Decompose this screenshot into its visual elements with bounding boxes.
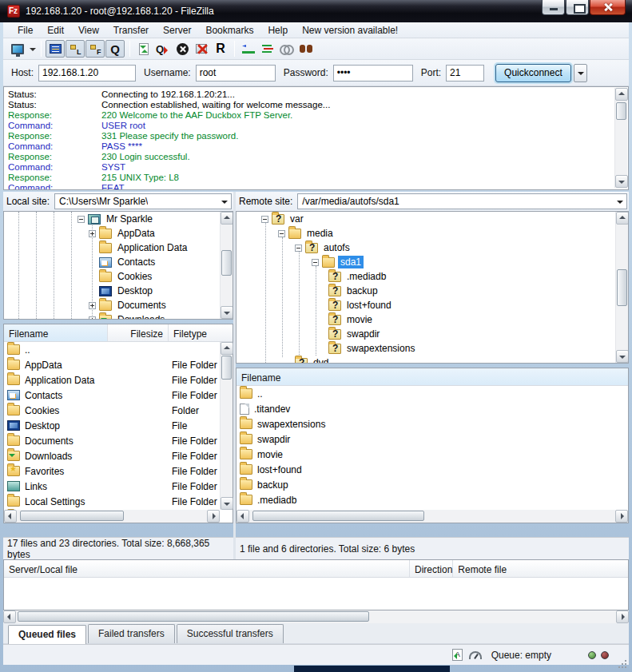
scroll-down-arrow[interactable] bbox=[616, 350, 629, 363]
column-header-filesize[interactable]: Filesize bbox=[108, 324, 169, 341]
scroll-up-arrow[interactable] bbox=[616, 212, 629, 225]
scroll-up-arrow[interactable] bbox=[221, 342, 233, 355]
scroll-left-arrow[interactable] bbox=[4, 510, 17, 523]
tree-row[interactable]: AppData bbox=[4, 226, 233, 241]
file-row[interactable]: swapextensions bbox=[237, 416, 628, 431]
collapse-icon[interactable] bbox=[261, 216, 268, 223]
file-row[interactable]: lost+found bbox=[237, 462, 628, 477]
scroll-right-arrow[interactable] bbox=[207, 510, 220, 523]
tab-queued-files[interactable]: Queued files bbox=[8, 625, 86, 644]
speed-limits-icon[interactable] bbox=[469, 651, 482, 659]
file-search-button[interactable] bbox=[296, 40, 316, 58]
tree-label[interactable]: Documents bbox=[115, 299, 169, 312]
file-row[interactable]: FavoritesFile Folder bbox=[4, 463, 220, 479]
menu-server[interactable]: Server bbox=[157, 23, 197, 38]
scroll-right-arrow[interactable] bbox=[615, 510, 628, 523]
close-button[interactable] bbox=[590, 0, 626, 15]
site-manager-dropdown[interactable] bbox=[27, 40, 37, 58]
scroll-down-arrow[interactable] bbox=[221, 306, 233, 319]
tree-row[interactable]: swapdir bbox=[237, 327, 628, 341]
tree-label[interactable]: Mr Sparkle bbox=[104, 213, 155, 225]
cancel-button[interactable] bbox=[173, 40, 192, 58]
reconnect-button[interactable]: R bbox=[211, 40, 230, 58]
directory-comparison-button[interactable] bbox=[239, 40, 258, 58]
tab-failed-transfers[interactable]: Failed transfers bbox=[88, 624, 175, 643]
scroll-thumb[interactable] bbox=[252, 511, 424, 521]
tree-label[interactable]: var bbox=[288, 213, 306, 225]
host-input[interactable] bbox=[38, 65, 136, 82]
collapse-icon[interactable] bbox=[78, 216, 85, 223]
column-header-filetype[interactable]: Filetype bbox=[169, 324, 233, 341]
scroll-up-arrow[interactable] bbox=[615, 88, 628, 101]
scroll-right-arrow[interactable] bbox=[616, 610, 629, 623]
file-row[interactable]: .. bbox=[4, 342, 220, 357]
menu-new-version[interactable]: New version available! bbox=[296, 23, 404, 38]
site-manager-button[interactable] bbox=[8, 40, 27, 58]
menu-view[interactable]: View bbox=[72, 23, 105, 38]
tree-label[interactable]: Application Data bbox=[115, 241, 189, 254]
tree-label-selected[interactable]: sda1 bbox=[338, 256, 364, 268]
file-row[interactable]: movie bbox=[237, 447, 628, 462]
file-row[interactable]: Application DataFile Folder bbox=[4, 372, 220, 388]
column-header-direction[interactable]: Direction bbox=[410, 560, 453, 577]
file-row[interactable]: DesktopFile bbox=[4, 418, 220, 433]
file-row[interactable]: CookiesFolder bbox=[4, 403, 220, 418]
local-site-combo[interactable]: C:\Users\Mr Sparkle\ bbox=[54, 193, 232, 209]
expand-icon[interactable] bbox=[89, 316, 96, 320]
collapse-icon[interactable] bbox=[295, 245, 302, 252]
file-row[interactable]: .. bbox=[237, 386, 628, 401]
menu-help[interactable]: Help bbox=[261, 23, 294, 38]
tree-row[interactable]: Contacts bbox=[4, 255, 233, 269]
remote-tree-scrollbar[interactable] bbox=[615, 212, 628, 363]
scroll-thumb[interactable] bbox=[616, 102, 626, 120]
disconnect-button[interactable] bbox=[192, 40, 211, 58]
scroll-up-arrow[interactable] bbox=[221, 212, 233, 225]
tab-successful-transfers[interactable]: Successful transfers bbox=[177, 624, 284, 643]
refresh-button[interactable] bbox=[134, 40, 153, 58]
scroll-thumb[interactable] bbox=[18, 611, 369, 622]
quickconnect-dropdown[interactable] bbox=[574, 64, 587, 82]
transfer-type-icon[interactable] bbox=[452, 649, 463, 661]
scroll-thumb[interactable] bbox=[20, 511, 124, 521]
tree-row[interactable]: Application Data bbox=[4, 241, 233, 255]
tree-row[interactable]: .mediadb bbox=[237, 269, 628, 284]
tree-label[interactable]: swapextensions bbox=[344, 342, 417, 355]
scroll-thumb[interactable] bbox=[221, 356, 232, 380]
collapse-icon[interactable] bbox=[312, 259, 319, 266]
toggle-remote-tree-button[interactable] bbox=[85, 40, 105, 58]
tree-label[interactable]: Cookies bbox=[115, 270, 154, 283]
tree-label[interactable]: backup bbox=[344, 284, 380, 297]
tree-row[interactable]: movie bbox=[237, 312, 628, 327]
collapse-icon[interactable] bbox=[278, 230, 285, 237]
tree-row[interactable]: sda1 bbox=[237, 255, 628, 269]
tree-row[interactable]: Desktop bbox=[4, 284, 233, 298]
file-row[interactable]: ContactsFile Folder bbox=[4, 388, 220, 403]
tree-label[interactable]: Desktop bbox=[115, 284, 155, 297]
scroll-thumb[interactable] bbox=[617, 269, 627, 306]
scroll-left-arrow[interactable] bbox=[3, 610, 16, 623]
scroll-left-arrow[interactable] bbox=[237, 510, 249, 523]
tree-row[interactable]: var bbox=[237, 212, 628, 226]
tree-row[interactable]: lost+found bbox=[237, 298, 628, 312]
toggle-queue-button[interactable]: Q bbox=[105, 40, 125, 58]
tree-label[interactable]: Contacts bbox=[115, 256, 157, 268]
tree-label[interactable]: swapdir bbox=[344, 328, 382, 340]
scroll-down-arrow[interactable] bbox=[615, 175, 628, 188]
file-row[interactable]: backup bbox=[237, 477, 628, 492]
file-row[interactable]: DownloadsFile Folder bbox=[4, 448, 220, 463]
tree-label[interactable]: .mediadb bbox=[344, 270, 388, 283]
synchronized-browsing-button[interactable] bbox=[277, 40, 296, 58]
column-header-remote-file[interactable]: Remote file bbox=[453, 560, 628, 577]
maximize-button[interactable] bbox=[566, 0, 589, 15]
minimize-button[interactable] bbox=[542, 0, 565, 15]
tree-row[interactable]: backup bbox=[237, 284, 628, 298]
menu-bookmarks[interactable]: Bookmarks bbox=[199, 23, 260, 38]
queue-hscrollbar[interactable] bbox=[3, 610, 629, 623]
tree-row[interactable]: autofs bbox=[237, 241, 628, 255]
tree-row[interactable]: media bbox=[237, 226, 628, 241]
remote-site-combo[interactable]: /var/media/autofs/sda1 bbox=[297, 193, 627, 209]
menu-transfer[interactable]: Transfer bbox=[107, 23, 155, 38]
tree-row[interactable]: Documents bbox=[4, 298, 233, 312]
column-header-server-local-file[interactable]: Server/Local file bbox=[4, 560, 410, 577]
title-bar[interactable]: 192.168.1.20 - root@192.168.1.20 - FileZ… bbox=[0, 0, 632, 22]
